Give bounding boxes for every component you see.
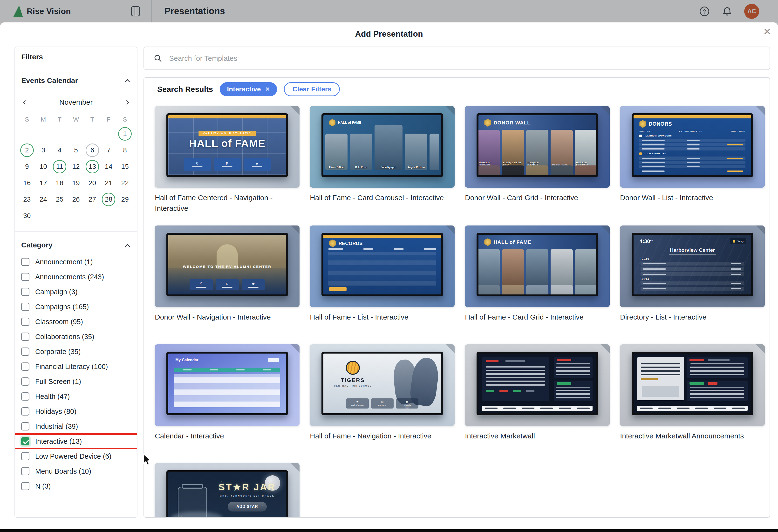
category-item[interactable]: Low Powered Device (6) [15, 449, 137, 464]
template-card[interactable]: WELCOME TO THE RV ALUMNI CENTER ⚲ R ★ Do… [155, 225, 300, 322]
category-item[interactable]: Menu Boards (10) [15, 464, 137, 479]
calendar-day[interactable]: 21 [102, 176, 115, 190]
category-item-interactive[interactable]: Interactive (13) [15, 434, 137, 449]
category-item[interactable]: Health (47) [15, 389, 137, 404]
interactive-filter-chip[interactable]: Interactive ✕ [220, 82, 277, 96]
calendar-day[interactable]: 12 [69, 160, 83, 173]
calendar-day[interactable]: 10 [37, 160, 50, 173]
template-card[interactable]: My Calendar Calendar - Interactive [155, 345, 300, 441]
template-search-bar [144, 47, 770, 70]
checkbox[interactable] [21, 482, 29, 490]
checkbox-checked[interactable] [21, 437, 29, 445]
calendar-day[interactable]: 8 [118, 144, 132, 157]
weekday-label: M [36, 115, 51, 124]
weekday-label: T [53, 115, 67, 124]
calendar-day[interactable]: 18 [53, 176, 66, 190]
template-card[interactable]: Interactive Marketwall Announcements [620, 345, 765, 441]
template-card[interactable]: TIGERS CENTRAL HIGH SCHOOL ★Hall of Fame… [310, 345, 455, 441]
category-item[interactable]: Collaborations (35) [15, 329, 137, 344]
tiger-logo-icon [346, 361, 360, 375]
calendar-day[interactable]: 14 [102, 160, 115, 173]
calendar-day[interactable]: 2 [20, 144, 34, 157]
crest-icon [329, 239, 336, 247]
category-item[interactable]: Corporate (35) [15, 344, 137, 359]
calendar-day[interactable]: 11 [53, 160, 66, 173]
template-card[interactable]: RECORDS Hall of Fame - List - Interactiv… [310, 225, 455, 322]
checkbox[interactable] [21, 422, 29, 431]
calendar-day[interactable]: 19 [69, 176, 83, 190]
template-title: Interactive Marketwall Announcements [620, 431, 765, 441]
calendar-day-empty [102, 127, 115, 141]
calendar-prev-icon[interactable] [23, 100, 27, 104]
checkbox[interactable] [21, 303, 29, 311]
calendar-day[interactable]: 16 [20, 176, 34, 190]
template-card[interactable]: VARSITY WOLF ATHLETIC HALL of FAME ⚲ R ★… [155, 106, 300, 214]
category-item[interactable]: Financial Literacy (100) [15, 359, 137, 374]
category-item[interactable]: Campaigns (165) [15, 299, 137, 314]
checkbox[interactable] [21, 258, 29, 266]
checkbox[interactable] [21, 318, 29, 326]
results-heading: Search Results [157, 85, 213, 94]
category-item[interactable]: Industrial (39) [15, 419, 137, 434]
calendar-day[interactable]: 17 [37, 176, 50, 190]
checkbox[interactable] [21, 288, 29, 296]
category-item[interactable]: Announcements (243) [15, 270, 137, 284]
template-title: Calendar - Interactive [155, 431, 300, 441]
checkbox[interactable] [21, 348, 29, 356]
folded-corner [601, 345, 610, 353]
checkbox[interactable] [21, 363, 29, 371]
category-item[interactable]: Campaign (3) [15, 284, 137, 299]
template-card[interactable]: HALL of FAME [465, 225, 610, 322]
chevron-up-icon [125, 244, 130, 249]
chip-close-icon[interactable]: ✕ [265, 86, 270, 93]
template-card[interactable]: ★ ★ ★★ ★ ★ ★ ST★R JAR MRS. JOHNSON'S 1ST… [155, 463, 300, 518]
template-card[interactable]: DONOR WALL The Horton Foundation Bradley… [465, 106, 610, 203]
checkbox[interactable] [21, 452, 29, 460]
calendar-day[interactable]: 5 [69, 144, 83, 157]
calendar-day[interactable]: 6 [86, 144, 99, 157]
search-input[interactable] [169, 54, 770, 63]
checkbox[interactable] [21, 332, 29, 341]
calendar-day[interactable]: 27 [86, 193, 99, 206]
calendar-day[interactable]: 30 [20, 209, 34, 223]
checkbox[interactable] [21, 273, 29, 281]
calendar-day[interactable]: 1 [118, 127, 132, 141]
clear-filters-button[interactable]: Clear Filters [284, 82, 340, 96]
calendar-day[interactable]: 15 [118, 160, 132, 173]
category-item[interactable]: Full Screen (1) [15, 374, 137, 389]
calendar-day[interactable]: 13 [86, 160, 99, 173]
category-item[interactable]: Holidays (80) [15, 404, 137, 419]
calendar-day[interactable]: 9 [20, 160, 34, 173]
weather-widget: Today [730, 238, 747, 244]
calendar-day[interactable]: 29 [118, 193, 132, 206]
calendar-day[interactable]: 28 [102, 193, 115, 206]
events-calendar-section-header[interactable]: Events Calendar [15, 67, 137, 87]
checkbox[interactable] [21, 377, 29, 386]
checkbox[interactable] [21, 467, 29, 475]
calendar-day[interactable]: 3 [37, 144, 50, 157]
calendar-day[interactable]: 24 [37, 193, 50, 206]
category-item[interactable]: Announcement (1) [15, 254, 137, 270]
close-icon[interactable]: ✕ [763, 27, 771, 36]
calendar-day[interactable]: 22 [118, 176, 132, 190]
calendar-day[interactable]: 7 [102, 144, 115, 157]
template-card[interactable]: 4:30PM Today Harborview Center Level 5 L… [620, 225, 765, 322]
template-card[interactable]: DONORS DONORS AMOUNT DONATED MORE INFO P… [620, 106, 765, 203]
calendar-day[interactable]: 4 [53, 144, 66, 157]
weekday-label: W [69, 115, 83, 124]
category-item[interactable]: Classroom (95) [15, 314, 137, 329]
tv-frame: TIGERS CENTRAL HIGH SCHOOL ★Hall of Fame… [321, 352, 443, 415]
calendar-day[interactable]: 23 [20, 193, 34, 206]
calendar-next-icon[interactable] [125, 100, 129, 104]
category-item[interactable]: N (3) [15, 479, 137, 493]
template-card[interactable]: HALL of FAME Alison O'Neal Bela Rose Joh… [310, 106, 455, 203]
template-thumbnail: TIGERS CENTRAL HIGH SCHOOL ★Hall of Fame… [310, 345, 455, 426]
calendar-day[interactable]: 25 [53, 193, 66, 206]
calendar-day[interactable]: 26 [69, 193, 83, 206]
checkbox[interactable] [21, 392, 29, 400]
template-card[interactable]: Interactive Marketwall [465, 345, 610, 441]
category-section-header[interactable]: Category [15, 232, 137, 251]
checkbox[interactable] [21, 407, 29, 415]
calendar-day[interactable]: 20 [86, 176, 99, 190]
sun-icon [733, 240, 735, 243]
